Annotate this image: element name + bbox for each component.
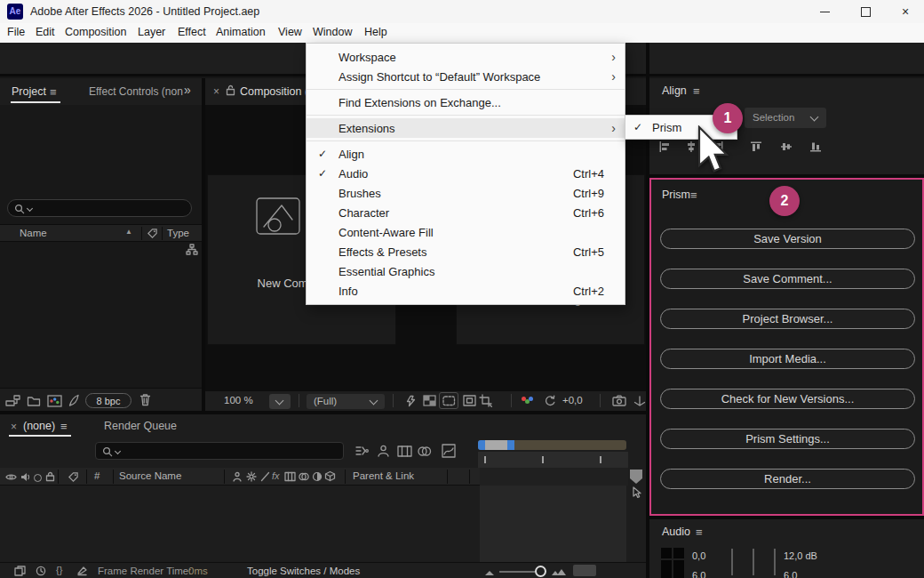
minimize-button[interactable] bbox=[805, 0, 845, 23]
maximize-button[interactable] bbox=[846, 0, 886, 23]
shy-guy-icon[interactable] bbox=[376, 444, 391, 458]
menu-item-effects-presets[interactable]: Effects & Presets Ctrl+5 bbox=[307, 242, 625, 261]
audio-panel-menu-icon[interactable]: ≡ bbox=[696, 526, 703, 539]
menu-item-workspace[interactable]: Workspace › bbox=[307, 47, 625, 67]
snapshot-camera-icon[interactable] bbox=[612, 395, 626, 406]
audio-slider-tick[interactable] bbox=[753, 549, 754, 575]
bit-depth-button[interactable]: 8 bpc bbox=[85, 393, 131, 408]
import-media-button[interactable]: Import Media... bbox=[660, 349, 915, 369]
tab-composition[interactable]: Composition ( bbox=[240, 85, 308, 98]
menu-file[interactable]: File bbox=[7, 26, 25, 38]
horizontal-scrollbar[interactable] bbox=[573, 565, 596, 576]
align-panel-menu-icon[interactable]: ≡ bbox=[693, 84, 700, 98]
column-type[interactable]: Type bbox=[167, 228, 189, 238]
timeline-tab-close-icon[interactable]: × bbox=[11, 421, 17, 433]
unlock-icon[interactable] bbox=[226, 84, 235, 96]
timeline-navigator-bar[interactable] bbox=[478, 440, 626, 450]
navigator-end-handle[interactable] bbox=[507, 440, 514, 450]
menu-item-brushes[interactable]: Brushes Ctrl+9 bbox=[307, 183, 625, 203]
navigator-zoom-region[interactable] bbox=[485, 440, 507, 450]
shy-switch-icon[interactable] bbox=[232, 471, 243, 483]
render-time-icon[interactable] bbox=[36, 566, 46, 576]
menu-edit[interactable]: Edit bbox=[36, 26, 55, 38]
menu-item-audio[interactable]: ✓ Audio Ctrl+4 bbox=[307, 164, 625, 183]
frame-blend-switch-icon[interactable] bbox=[284, 471, 296, 482]
trash-icon[interactable] bbox=[139, 393, 151, 406]
check-new-versions-button[interactable]: Check for New Versions... bbox=[660, 389, 915, 409]
fast-preview-icon[interactable] bbox=[404, 395, 418, 407]
track-area[interactable] bbox=[480, 486, 626, 562]
quality-icon[interactable] bbox=[260, 471, 270, 482]
collapse-sun-icon[interactable] bbox=[246, 471, 257, 482]
align-bottom-icon[interactable] bbox=[809, 140, 822, 153]
render-button[interactable]: Render... bbox=[660, 469, 915, 489]
panel-gutter[interactable] bbox=[0, 411, 649, 414]
time-ruler[interactable] bbox=[478, 452, 628, 468]
crop-icon[interactable] bbox=[479, 394, 492, 407]
menu-composition[interactable]: Composition bbox=[65, 26, 126, 38]
column-number[interactable]: # bbox=[94, 470, 100, 481]
audio-slider-tick[interactable] bbox=[774, 549, 776, 575]
in-out-brackets-icon[interactable]: {} bbox=[56, 565, 62, 575]
menu-item-content-aware-fill[interactable]: Content-Aware Fill bbox=[307, 222, 625, 242]
3d-layer-icon[interactable] bbox=[324, 470, 336, 482]
timeline-zoom-slider-track[interactable] bbox=[499, 571, 535, 573]
flowchart-icon[interactable] bbox=[186, 244, 198, 255]
composition-mini-flowchart-icon[interactable] bbox=[354, 445, 370, 458]
3d-view-icon[interactable] bbox=[633, 394, 646, 406]
roi-button[interactable] bbox=[439, 392, 458, 409]
timeline-zoom-slider-knob[interactable] bbox=[535, 566, 546, 577]
toggle-switches-modes-button[interactable]: Toggle Switches / Modes bbox=[247, 566, 360, 576]
tab-effect-controls[interactable]: Effect Controls (none) bbox=[89, 85, 183, 98]
tab-render-queue[interactable]: Render Queue bbox=[104, 420, 177, 432]
composition-tab-close-icon[interactable]: × bbox=[213, 85, 219, 98]
zoom-level-value[interactable]: 100 % bbox=[224, 395, 253, 405]
audio-speaker-icon[interactable] bbox=[20, 472, 30, 482]
save-version-button[interactable]: Save Version bbox=[660, 229, 915, 249]
expand-layers-icon[interactable] bbox=[14, 566, 26, 576]
audio-slider-tick[interactable] bbox=[731, 549, 733, 575]
comp-marker-bin-icon[interactable] bbox=[629, 469, 643, 485]
close-button[interactable]: × bbox=[887, 0, 924, 23]
frame-blend-icon[interactable] bbox=[397, 445, 412, 458]
adjustment-layer-icon[interactable] bbox=[312, 471, 323, 482]
timeline-search-input[interactable] bbox=[95, 442, 344, 460]
footage-icon[interactable] bbox=[47, 395, 62, 407]
zoom-level-dropdown[interactable] bbox=[269, 394, 291, 409]
menu-item-character[interactable]: Character Ctrl+6 bbox=[307, 203, 625, 222]
menu-effect[interactable]: Effect bbox=[178, 26, 206, 38]
new-folder-icon[interactable] bbox=[27, 395, 41, 407]
timeline-tab[interactable]: (none) bbox=[23, 420, 55, 432]
menu-item-assign-shortcut[interactable]: Assign Shortcut to “Default” Workspace › bbox=[307, 67, 625, 86]
align-top-icon[interactable] bbox=[750, 140, 762, 153]
transfer-controls-icon[interactable] bbox=[76, 566, 88, 576]
timeline-panel-menu-icon[interactable]: ≡ bbox=[60, 420, 68, 433]
panel-overflow-icon[interactable]: » bbox=[184, 83, 191, 97]
menu-view[interactable]: View bbox=[278, 26, 302, 38]
menu-help[interactable]: Help bbox=[364, 26, 387, 38]
menu-item-align[interactable]: ✓ Align bbox=[307, 144, 625, 164]
menu-item-essential-graphics[interactable]: Essential Graphics bbox=[307, 261, 625, 281]
column-source-name[interactable]: Source Name bbox=[119, 470, 181, 481]
exposure-value[interactable]: +0,0 bbox=[562, 395, 583, 405]
prism-panel-menu-icon[interactable]: ≡ bbox=[690, 189, 697, 202]
menu-item-extensions[interactable]: Extensions › bbox=[307, 118, 625, 138]
project-flowchart-icon[interactable] bbox=[5, 394, 20, 407]
column-parent-link[interactable]: Parent & Link bbox=[353, 470, 414, 481]
save-comment-button[interactable]: Save Comment... bbox=[660, 269, 915, 289]
prism-settings-button[interactable]: Prism Settings... bbox=[660, 429, 915, 449]
tab-project[interactable]: Project bbox=[12, 85, 46, 98]
project-panel-menu-icon[interactable]: ≡ bbox=[50, 85, 57, 99]
label-tag-icon[interactable] bbox=[147, 228, 158, 239]
motion-blur-switch-icon[interactable] bbox=[298, 471, 310, 482]
navigator-start-handle[interactable] bbox=[478, 440, 485, 450]
align-vertical-center-icon[interactable] bbox=[780, 140, 793, 153]
solo-icon[interactable] bbox=[34, 474, 42, 482]
project-search-input[interactable] bbox=[7, 199, 192, 217]
menu-item-info[interactable]: Info Ctrl+2 bbox=[307, 281, 625, 301]
eye-icon[interactable] bbox=[5, 472, 17, 482]
transparency-grid-icon[interactable] bbox=[423, 395, 436, 406]
lock-icon[interactable] bbox=[45, 471, 55, 482]
menu-item-find-extensions[interactable]: Find Extensions on Exchange... bbox=[307, 92, 625, 112]
menu-window[interactable]: Window bbox=[313, 26, 352, 38]
